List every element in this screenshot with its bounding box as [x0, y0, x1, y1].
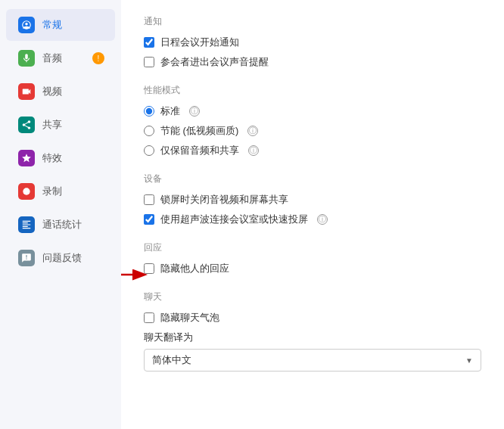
lock-screen-checkbox[interactable] [144, 194, 154, 205]
join-sound-label[interactable]: 参会者进出会议声音提醒 [144, 55, 269, 69]
performance-title: 性能模式 [144, 84, 481, 97]
sidebar: 常规 音频 ! 视频 共享 特效 [0, 0, 121, 429]
economy-label[interactable]: 节能 (低视频画质) ⓘ [144, 124, 258, 138]
chat-section: 聊天 隐藏聊天气泡 聊天翻译为 简体中文 ▼ [144, 291, 481, 371]
schedule-notify-checkbox[interactable] [144, 37, 154, 48]
reaction-title: 回应 [144, 241, 481, 254]
svg-point-0 [23, 188, 30, 194]
audio-share-only-row: 仅保留音频和共享 ⓘ [144, 144, 481, 157]
standard-label[interactable]: 标准 ⓘ [144, 104, 200, 118]
hide-reaction-label[interactable]: 隐藏他人的回应 [144, 262, 229, 275]
standard-info-icon[interactable]: ⓘ [189, 106, 200, 117]
feedback-icon [18, 250, 35, 266]
hide-reaction-checkbox[interactable] [144, 263, 154, 274]
hide-bubble-label[interactable]: 隐藏聊天气泡 [144, 311, 219, 325]
ultrasound-info-icon[interactable]: ⓘ [317, 214, 328, 225]
sidebar-label-video: 视频 [42, 85, 62, 98]
general-icon [18, 17, 35, 33]
sidebar-label-effect: 特效 [42, 151, 62, 165]
device-section: 设备 锁屏时关闭音视频和屏幕共享 使用超声波连接会议室或快速投屏 ⓘ [144, 173, 481, 226]
sidebar-label-audio: 音频 [42, 51, 62, 65]
standard-radio[interactable] [144, 106, 154, 117]
share-icon [18, 117, 35, 133]
sidebar-label-feedback: 问题反馈 [42, 251, 82, 265]
stats-icon [18, 216, 35, 233]
audio-share-only-info-icon[interactable]: ⓘ [248, 145, 259, 156]
ultrasound-row: 使用超声波连接会议室或快速投屏 ⓘ [144, 213, 481, 226]
ultrasound-checkbox[interactable] [144, 214, 154, 225]
audio-share-only-label[interactable]: 仅保留音频和共享 ⓘ [144, 144, 259, 157]
hide-bubble-checkbox[interactable] [144, 312, 154, 323]
schedule-notify-label[interactable]: 日程会议开始通知 [144, 36, 239, 49]
reaction-section: 回应 隐藏他人的回应 [144, 241, 481, 275]
reaction-arrow-container: 隐藏他人的回应 [144, 262, 481, 275]
join-sound-row: 参会者进出会议声音提醒 [144, 55, 481, 69]
standard-row: 标准 ⓘ [144, 104, 481, 118]
translate-value: 简体中文 [152, 353, 191, 367]
economy-radio[interactable] [144, 126, 154, 136]
audio-icon [18, 50, 35, 67]
hide-reaction-row: 隐藏他人的回应 [144, 262, 481, 275]
translate-label: 聊天翻译为 [144, 331, 193, 343]
notification-section: 通知 日程会议开始通知 参会者进出会议声音提醒 [144, 15, 481, 69]
sidebar-label-stats: 通话统计 [42, 218, 82, 232]
video-icon [18, 83, 35, 100]
lock-screen-row: 锁屏时关闭音视频和屏幕共享 [144, 193, 481, 207]
sidebar-item-effect[interactable]: 特效 [6, 142, 115, 174]
notification-title: 通知 [144, 15, 481, 28]
economy-row: 节能 (低视频画质) ⓘ [144, 124, 481, 138]
economy-info-icon[interactable]: ⓘ [247, 126, 258, 136]
sidebar-item-video[interactable]: 视频 [6, 76, 115, 107]
sidebar-item-record[interactable]: 录制 [6, 176, 115, 207]
main-content: 通知 日程会议开始通知 参会者进出会议声音提醒 性能模式 标准 [121, 0, 504, 429]
audio-share-only-radio[interactable] [144, 145, 154, 156]
sidebar-item-audio[interactable]: 音频 ! [6, 42, 115, 74]
audio-badge: ! [92, 52, 104, 64]
chat-title: 聊天 [144, 291, 481, 303]
sidebar-label-share: 共享 [42, 118, 62, 132]
sidebar-item-general[interactable]: 常规 [6, 9, 115, 41]
sidebar-item-share[interactable]: 共享 [6, 109, 115, 141]
record-icon [18, 183, 35, 200]
join-sound-checkbox[interactable] [144, 57, 154, 67]
lock-screen-label[interactable]: 锁屏时关闭音视频和屏幕共享 [144, 193, 288, 207]
translate-select[interactable]: 简体中文 ▼ [144, 349, 481, 371]
sidebar-label-general: 常规 [42, 18, 62, 32]
ultrasound-label[interactable]: 使用超声波连接会议室或快速投屏 ⓘ [144, 213, 328, 226]
sidebar-item-stats[interactable]: 通话统计 [6, 209, 115, 241]
chevron-down-icon: ▼ [465, 356, 473, 365]
schedule-notify-row: 日程会议开始通知 [144, 36, 481, 49]
effect-icon [18, 150, 35, 166]
sidebar-label-record: 录制 [42, 185, 62, 198]
device-title: 设备 [144, 173, 481, 185]
performance-section: 性能模式 标准 ⓘ 节能 (低视频画质) ⓘ 仅保留音频和共享 [144, 84, 481, 157]
sidebar-item-feedback[interactable]: 问题反馈 [6, 242, 115, 274]
app-container: 常规 音频 ! 视频 共享 特效 [0, 0, 504, 429]
hide-bubble-row: 隐藏聊天气泡 [144, 311, 481, 325]
translate-label-row: 聊天翻译为 [144, 331, 481, 344]
